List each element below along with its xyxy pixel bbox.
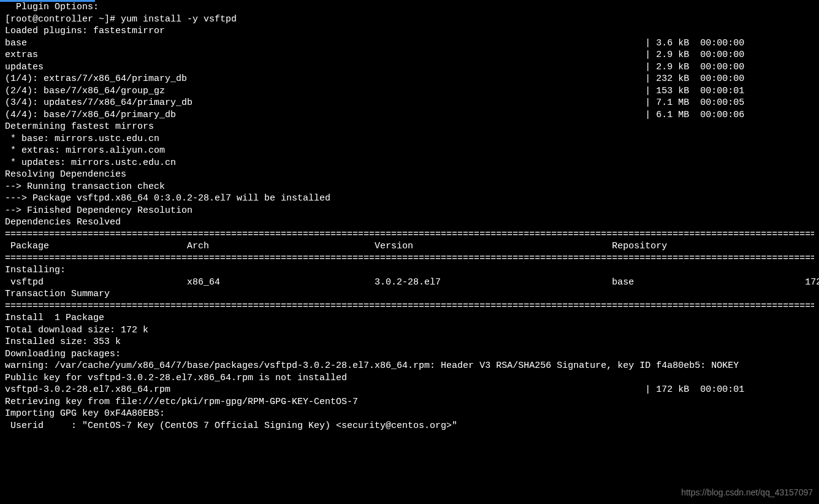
terminal-line: vsftpd-3.0.2-28.el7.x86_64.rpm | 172 kB … [5, 384, 814, 396]
terminal-line: Userid : "CentOS-7 Key (CentOS 7 Officia… [5, 420, 814, 432]
terminal-line: Install 1 Package [5, 312, 814, 324]
terminal-line: Importing GPG key 0xF4A80EB5: [5, 408, 814, 420]
table-divider: ========================================… [5, 253, 814, 265]
terminal-line: base | 3.6 kB 00:00:00 [5, 37, 814, 50]
terminal-line: Transaction Summary [5, 288, 814, 300]
terminal-line: Installing: [5, 264, 814, 277]
terminal-line: * updates: mirrors.ustc.edu.cn [5, 157, 814, 169]
table-divider: ========================================… [5, 229, 814, 241]
progress-bar [0, 0, 95, 2]
table-header: Package Arch Version Repository Size [5, 240, 814, 253]
terminal-line: * extras: mirrors.aliyun.com [5, 145, 814, 157]
terminal-line: extras | 2.9 kB 00:00:00 [5, 49, 814, 61]
table-row: vsftpd x86_64 3.0.2-28.el7 base 172 k [5, 277, 814, 289]
terminal-line: updates | 2.9 kB 00:00:00 [5, 61, 814, 74]
terminal-line: Retrieving key from file:///etc/pki/rpm-… [5, 396, 814, 408]
terminal-line: warning: /var/cache/yum/x86_64/7/base/pa… [5, 360, 814, 372]
terminal-line: (1/4): extras/7/x86_64/primary_db | 232 … [5, 73, 814, 85]
terminal-line: Total download size: 172 k [5, 324, 814, 337]
terminal-line: Dependencies Resolved [5, 216, 814, 229]
terminal-line: (3/4): updates/7/x86_64/primary_db | 7.1… [5, 97, 814, 109]
terminal-line: (2/4): base/7/x86_64/group_gz | 153 kB 0… [5, 85, 814, 97]
terminal-line: ---> Package vsftpd.x86_64 0:3.0.2-28.el… [5, 193, 814, 205]
terminal-line: Downloading packages: [5, 348, 814, 361]
terminal-line: Public key for vsftpd-3.0.2-28.el7.x86_6… [5, 372, 814, 384]
table-divider: ========================================… [5, 300, 814, 313]
terminal-line: Determining fastest mirrors [5, 121, 814, 133]
watermark: https://blog.csdn.net/qq_43157097 [681, 487, 813, 498]
terminal-line: Resolving Dependencies [5, 169, 814, 181]
terminal-line: * base: mirrors.ustc.edu.cn [5, 133, 814, 145]
terminal-line: --> Running transaction check [5, 181, 814, 193]
terminal-line: (4/4): base/7/x86_64/primary_db | 6.1 MB… [5, 109, 814, 121]
terminal-prompt-line[interactable]: [root@controller ~]# yum install -y vsft… [5, 13, 814, 26]
terminal-line: Loaded plugins: fastestmirror [5, 25, 814, 37]
terminal-line: Plugin Options: [5, 1, 814, 13]
terminal-line: --> Finished Dependency Resolution [5, 205, 814, 217]
terminal-line: Installed size: 353 k [5, 336, 814, 348]
